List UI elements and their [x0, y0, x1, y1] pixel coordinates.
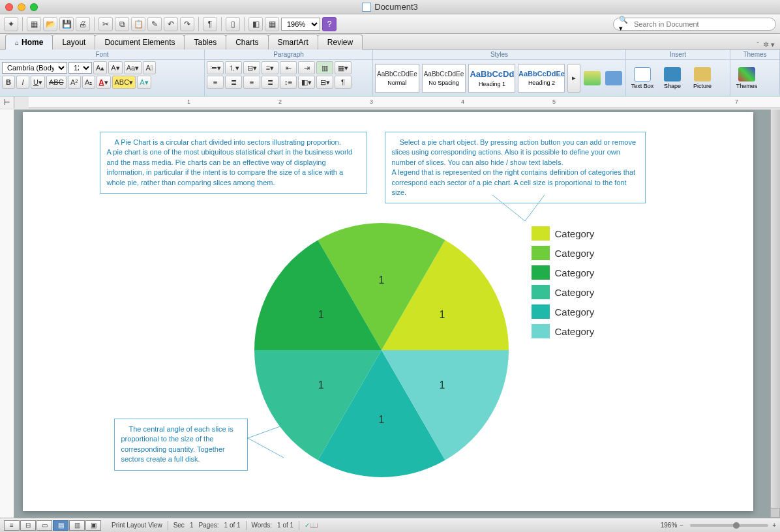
vertical-scrollbar[interactable] — [770, 110, 780, 518]
new-button[interactable]: ▦ — [27, 17, 41, 31]
shading-button[interactable]: ◧▾ — [298, 76, 315, 89]
tab-layout[interactable]: Layout — [52, 35, 95, 50]
search-box[interactable]: 🔍▾ — [613, 18, 776, 31]
legend-item[interactable]: Category — [532, 304, 595, 319]
gallery-button[interactable]: ▦ — [265, 17, 279, 31]
open-button[interactable]: 📂 — [43, 17, 57, 31]
indent-left-button[interactable]: ⇤ — [280, 61, 297, 74]
callout-top-left[interactable]: A Pie Chart is a circular chart divided … — [100, 132, 367, 194]
close-window-button[interactable] — [5, 3, 13, 11]
copy-button[interactable]: ⧉ — [115, 17, 129, 31]
columns-button[interactable]: ▥ — [316, 61, 333, 74]
shape-button[interactable]: Shape — [658, 63, 687, 94]
clear-format-button[interactable]: A⃠ — [143, 61, 156, 74]
cut-button[interactable]: ✂ — [98, 17, 113, 31]
toolbox-button[interactable]: ◧ — [248, 17, 263, 31]
legend-item[interactable]: Category — [532, 285, 595, 299]
pie-chart[interactable]: 111111 — [251, 220, 512, 480]
change-styles-button[interactable] — [603, 63, 623, 94]
text-effects-button[interactable]: A▾ — [137, 76, 151, 89]
multilevel-list-button[interactable]: ⊟▾ — [243, 61, 260, 74]
show-formatting-button[interactable]: ¶ — [203, 17, 217, 31]
font-size-select[interactable]: 12 — [68, 62, 92, 74]
italic-button[interactable]: I — [16, 76, 29, 89]
outline-view-button[interactable]: ⊟ — [20, 520, 36, 531]
print-layout-view-button[interactable]: ▤ — [53, 520, 68, 531]
spell-check-icon[interactable]: ✓📖 — [305, 522, 318, 529]
sort-button[interactable]: ⊟▾ — [316, 76, 333, 89]
quick-styles-button[interactable] — [582, 63, 602, 94]
subscript-button[interactable]: A₂ — [82, 76, 95, 89]
collapse-ribbon-icon[interactable]: ˇ — [757, 41, 759, 49]
tab-charts[interactable]: Charts — [226, 35, 268, 50]
bold-button[interactable]: B — [2, 76, 15, 89]
search-input[interactable] — [634, 20, 770, 28]
new-doc-button[interactable]: ✦ — [4, 17, 18, 31]
text-box-button[interactable]: Text Box — [628, 63, 657, 94]
change-case-button[interactable]: Aa▾ — [124, 61, 142, 74]
strike-button[interactable]: ABC — [46, 76, 67, 89]
style-heading-1[interactable]: AaBbCcDd Heading 1 — [468, 64, 515, 93]
style-heading-2[interactable]: AaBbCcDdEe Heading 2 — [518, 64, 565, 93]
horizontal-ruler[interactable]: 1 2 3 4 5 7 — [29, 96, 780, 108]
page[interactable]: A Pie Chart is a circular chart divided … — [23, 112, 753, 511]
tab-tables[interactable]: Tables — [184, 35, 226, 50]
zoom-in-button[interactable]: + — [772, 522, 776, 529]
bullet-list-button[interactable]: ≔▾ — [207, 61, 224, 74]
font-color-button[interactable]: A▾ — [97, 76, 111, 89]
page-container[interactable]: A Pie Chart is a circular chart divided … — [14, 110, 770, 518]
zoom-window-button[interactable] — [30, 3, 38, 11]
number-list-button[interactable]: ⒈▾ — [225, 61, 242, 74]
tab-document-elements[interactable]: Document Elements — [95, 35, 185, 50]
align-expand-button[interactable]: ≡▾ — [262, 61, 278, 74]
styles-more-button[interactable]: ▸ — [567, 64, 580, 93]
indent-right-button[interactable]: ⇥ — [298, 61, 315, 74]
redo-button[interactable]: ↷ — [180, 17, 194, 31]
picture-button[interactable]: Picture — [688, 63, 717, 94]
format-painter-button[interactable]: ✎ — [147, 17, 162, 31]
slider-thumb[interactable] — [733, 522, 740, 529]
resize-corner[interactable] — [770, 508, 780, 518]
underline-button[interactable]: U▾ — [31, 76, 45, 89]
legend-item[interactable]: Category — [532, 246, 595, 260]
align-left-button[interactable]: ≡ — [207, 76, 224, 89]
help-button[interactable]: ? — [322, 17, 337, 31]
line-spacing-button[interactable]: ↕≡ — [280, 76, 297, 89]
themes-button[interactable]: Themes — [732, 63, 761, 94]
tab-smartart[interactable]: SmartArt — [268, 35, 318, 50]
grow-font-button[interactable]: A▴ — [93, 61, 107, 74]
tab-selector[interactable]: ⊢ — [0, 96, 14, 108]
print-button[interactable]: 🖨 — [76, 17, 90, 31]
tab-home[interactable]: ⌂Home — [5, 35, 53, 50]
zoom-out-button[interactable]: − — [680, 522, 683, 529]
callout-bottom[interactable]: The central angle of each slice is propo… — [114, 419, 248, 471]
font-family-select[interactable]: Cambria (Body) — [2, 62, 67, 74]
legend-item[interactable]: Category — [532, 324, 595, 338]
zoom-select[interactable]: 196% — [281, 18, 320, 31]
draft-view-button[interactable]: ≡ — [4, 520, 20, 531]
gear-icon[interactable]: ✲ ▾ — [763, 40, 775, 49]
align-right-button[interactable]: ≡ — [243, 76, 260, 89]
show-marks-button[interactable]: ¶ — [335, 76, 352, 89]
notebook-view-button[interactable]: ▥ — [69, 520, 85, 531]
paste-button[interactable]: 📋 — [131, 17, 145, 31]
zoom-slider[interactable] — [690, 524, 768, 527]
legend-item[interactable]: Category — [532, 226, 595, 241]
sidebar-button[interactable]: ▯ — [226, 17, 240, 31]
legend-item[interactable]: Category — [532, 265, 595, 280]
superscript-button[interactable]: A² — [68, 76, 81, 89]
style-no-spacing[interactable]: AaBbCcDdEe No Spacing — [422, 64, 466, 93]
undo-button[interactable]: ↶ — [164, 17, 178, 31]
align-justify-button[interactable]: ≣ — [262, 76, 278, 89]
minimize-window-button[interactable] — [18, 3, 25, 11]
focus-view-button[interactable]: ▣ — [85, 520, 101, 531]
align-center-button[interactable]: ≣ — [225, 76, 242, 89]
vertical-ruler[interactable] — [0, 110, 14, 518]
tab-review[interactable]: Review — [318, 35, 363, 50]
shrink-font-button[interactable]: A▾ — [108, 61, 122, 74]
borders-button[interactable]: ▦▾ — [335, 61, 352, 74]
style-normal[interactable]: AaBbCcDdEe Normal — [375, 64, 419, 93]
save-button[interactable]: 💾 — [59, 17, 74, 31]
highlight-button[interactable]: ABC▾ — [112, 76, 136, 89]
publishing-view-button[interactable]: ▭ — [37, 520, 52, 531]
